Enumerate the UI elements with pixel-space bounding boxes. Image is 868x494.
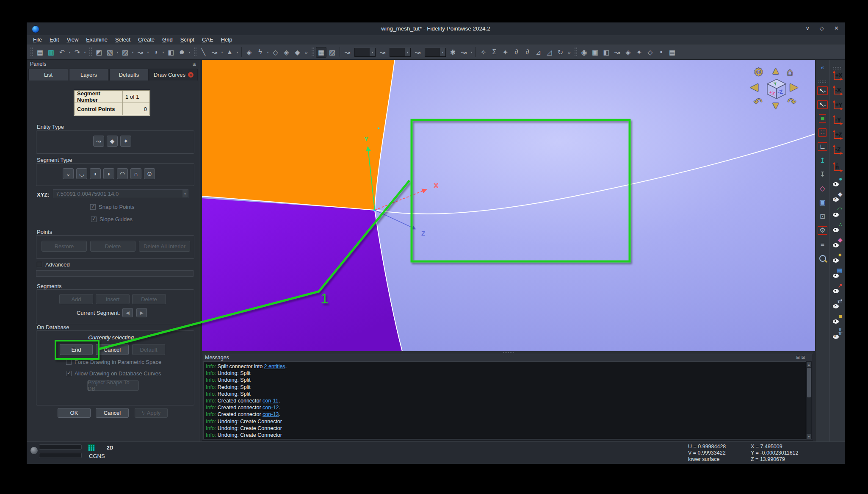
panel-float-icon[interactable]: ⊞ <box>193 61 196 67</box>
view-minus-y-button[interactable]: -Y <box>830 114 845 126</box>
select-sources-icon[interactable]: ✦ <box>634 47 644 58</box>
database-shape-icon[interactable]: ◇ <box>815 183 829 194</box>
layer-stairs-icon[interactable]: ≡ <box>815 239 829 250</box>
mask-toggle-icon[interactable]: ◉ <box>579 47 589 58</box>
draw-spline-icon[interactable]: ↝ <box>209 47 220 58</box>
two-point-line-icon[interactable]: ╲ <box>198 47 209 58</box>
orientation-cube[interactable]: Y +X -Z <box>765 77 788 100</box>
menu-examine[interactable]: Examine <box>82 36 111 44</box>
menu-script[interactable]: Script <box>177 36 198 44</box>
prev-connector-icon[interactable]: ↧ <box>815 169 829 180</box>
force-parametric-checkbox[interactable]: Force Drawing in Parametric Space <box>66 359 161 365</box>
orient-icon[interactable]: ✱ <box>448 47 458 58</box>
combo-dropdown-icon[interactable]: ▾ <box>440 48 445 56</box>
entity-point-icon[interactable]: ✦ <box>120 136 131 147</box>
hide-entity-icon[interactable]: ☻ <box>177 47 187 58</box>
spline-edit-icon[interactable]: ↝ <box>459 47 469 58</box>
dropdown-arrow-icon[interactable]: ▾ <box>220 47 224 58</box>
toolbar-grip[interactable] <box>193 47 196 57</box>
combo-dropdown-icon[interactable]: ▾ <box>370 48 375 56</box>
database-surface-purple[interactable] <box>202 198 402 351</box>
xyz-spinner[interactable]: ▾ <box>182 190 188 197</box>
menu-help[interactable]: Help <box>217 36 236 44</box>
view-settings-gear-icon[interactable]: ⚙ <box>754 67 763 78</box>
dropdown-arrow-icon[interactable]: ▾ <box>470 47 473 58</box>
view-minus-z-button[interactable]: -Z <box>830 143 845 156</box>
examine-icon[interactable]: ◩ <box>94 47 104 58</box>
entity-link[interactable]: con-11 <box>263 398 278 404</box>
dropdown-arrow-icon[interactable]: ▾ <box>266 47 270 58</box>
undo-icon[interactable]: ↶ <box>57 47 67 58</box>
mesh-surface-icon[interactable]: ▨ <box>120 47 130 58</box>
entity-curve-icon[interactable]: ↝ <box>93 136 104 147</box>
select-blocks-icon[interactable]: ▣ <box>590 47 600 58</box>
segment-arc-3pt-icon[interactable]: ∩ <box>130 168 141 179</box>
selection-mask-icon[interactable]: ∷ <box>815 127 829 139</box>
cancel-selecting-button[interactable]: Cancel <box>96 344 129 355</box>
toolbar-grip[interactable] <box>88 47 92 57</box>
menu-file[interactable]: File <box>29 36 46 44</box>
toolbar-grip[interactable] <box>818 80 827 83</box>
preferences-gear-icon[interactable]: ⚙ <box>815 225 829 236</box>
toolbar-overflow-icon[interactable]: » <box>303 47 309 58</box>
toggle-grid-visibility-icon[interactable]: ▦ <box>830 267 845 280</box>
project-entity-icon[interactable]: ✦ <box>500 47 511 58</box>
add-segment-button[interactable]: Add <box>59 294 93 304</box>
measure-remove-icon[interactable]: ◿ <box>544 47 555 58</box>
toggle-database-visibility-icon[interactable]: ● <box>830 175 845 188</box>
view-normal-button[interactable]: n̂ <box>830 161 845 173</box>
next-connector-icon[interactable]: ↥ <box>815 155 829 167</box>
palette-icon[interactable]: ◑ <box>150 47 161 58</box>
view-plus-z-button[interactable]: +Z <box>830 128 845 141</box>
node-spark-icon[interactable]: ✧ <box>478 47 489 58</box>
toggle-block-visibility-icon[interactable]: ■ <box>830 313 845 325</box>
checkbox-box[interactable] <box>66 371 72 376</box>
segment-arc-icon[interactable]: ◠ <box>117 168 128 179</box>
connector-dimension-icon[interactable]: ↝ <box>342 47 353 58</box>
connector-distribution-icon[interactable]: ↝ <box>412 47 423 58</box>
restore-button[interactable]: Restore <box>41 241 87 252</box>
dropdown-arrow-icon[interactable]: ▾ <box>83 47 87 58</box>
toggle-domain-visibility-icon[interactable]: ◆ <box>830 236 845 249</box>
delete-segment-button[interactable]: Delete <box>132 294 166 304</box>
toggle-point-visibility-icon[interactable]: ∴ <box>830 221 845 234</box>
view-cube-icon[interactable]: ▧ <box>105 47 115 58</box>
next-segment-button[interactable]: ▶ <box>136 308 147 317</box>
toggle-vector-visibility-icon[interactable]: ⇄ <box>830 297 845 310</box>
toolbar-grip[interactable] <box>574 47 577 57</box>
rotate-right-button[interactable]: ▶ <box>790 82 798 92</box>
collapse-panel-icon[interactable]: « <box>815 61 829 73</box>
menu-create[interactable]: Create <box>134 36 158 44</box>
derivative-v-icon[interactable]: ∂ <box>522 47 533 58</box>
select-domains-icon[interactable]: ◧ <box>601 47 611 58</box>
dropdown-arrow-icon[interactable]: ▾ <box>235 47 239 58</box>
toolbar-overflow-icon-2[interactable]: » <box>566 47 572 58</box>
view-plus-x-button[interactable]: +X <box>830 69 845 82</box>
dimension-combo[interactable]: ▾ <box>354 48 376 57</box>
derivative-u-icon[interactable]: ∂ <box>511 47 522 58</box>
revolve-icon[interactable]: ▲ <box>224 47 235 58</box>
toolbar-grip[interactable] <box>30 47 33 57</box>
dropdown-arrow-icon[interactable]: ▾ <box>188 47 191 58</box>
initialize-block-icon[interactable]: ϟ <box>255 47 265 58</box>
entity-link[interactable]: 2 entities <box>264 364 285 369</box>
close-button[interactable]: ✕ <box>834 25 839 31</box>
segment-polyline-icon[interactable]: ⌄ <box>63 168 74 179</box>
segment-conic-rho-icon[interactable]: ◗ <box>103 168 114 179</box>
unstructured-grid-icon[interactable]: ▨ <box>327 47 337 58</box>
scroll-down-icon[interactable]: ▼ <box>807 434 811 439</box>
menu-view[interactable]: View <box>63 36 82 44</box>
toggle-crosshair-visibility-icon[interactable]: ╬ <box>830 328 845 341</box>
block-display-icon[interactable]: ▣ <box>815 197 829 208</box>
toggle-connector-visibility-icon[interactable]: ◠ <box>830 206 845 219</box>
toolbar-grip[interactable] <box>311 47 314 57</box>
entity-link[interactable]: con-12 <box>263 405 279 411</box>
checkbox-box[interactable] <box>91 216 97 222</box>
curve-tool-icon[interactable]: ↝ <box>135 47 146 58</box>
structured-grid-icon[interactable]: ▦ <box>316 47 326 58</box>
sum-cells-icon[interactable]: Σ <box>489 47 500 58</box>
delete-points-button[interactable]: Delete <box>90 241 135 252</box>
select-subtract-cursor-icon[interactable]: ↖− <box>815 99 829 111</box>
cancel-button[interactable]: Cancel <box>96 408 129 418</box>
select-boundaries-icon[interactable]: ◇ <box>645 47 655 58</box>
